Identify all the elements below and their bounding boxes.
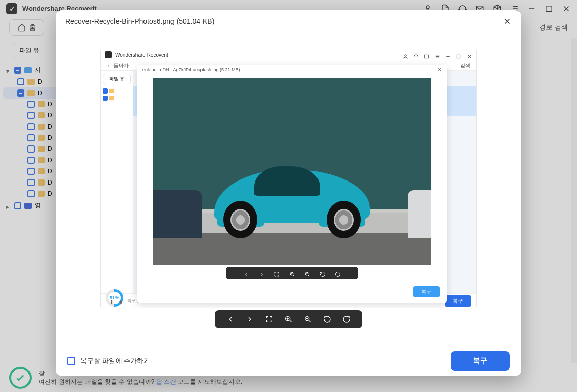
rotate-right-icon[interactable]: [342, 315, 351, 323]
preview-toolbar: [215, 310, 362, 328]
zoom-in-icon[interactable]: [284, 315, 293, 323]
inner-preview-body: [137, 75, 447, 267]
rotate-right-icon: [335, 270, 341, 276]
maximize-icon: [456, 52, 461, 58]
inner-image-toolbar: [226, 267, 358, 279]
inner-sidebar: 파일 유: [101, 71, 133, 293]
add-to-recover-checkbox[interactable]: [67, 357, 75, 365]
prev-icon[interactable]: [226, 315, 235, 323]
next-icon[interactable]: [246, 315, 254, 323]
inner-preview-file: erik-odiin-DH_lAgZkJP4-unsplash.jpg (5.2…: [142, 67, 240, 72]
user-icon: [402, 52, 408, 58]
preview-image: Wondershare Recoverit ← 돌아가 검색: [100, 49, 477, 308]
headset-icon: [413, 52, 419, 58]
rotate-left-icon[interactable]: [323, 315, 331, 323]
modal-body: Wondershare Recoverit ← 돌아가 검색: [56, 33, 521, 345]
next-icon: [258, 270, 265, 276]
prev-icon: [243, 270, 249, 276]
svg-point-5: [405, 54, 407, 56]
add-to-recover-label: 복구할 파일에 추가하기: [80, 356, 150, 366]
preview-modal: Recover-Recycle-Bin-Photos6.png (501.04 …: [56, 10, 521, 376]
minimize-icon: [445, 52, 451, 58]
inner-preview-header: erik-odiin-DH_lAgZkJP4-unsplash.jpg (5.2…: [137, 65, 447, 75]
recover-button[interactable]: 복구: [451, 351, 510, 371]
modal-header: Recover-Recycle-Bin-Photos6.png (501.04 …: [56, 10, 521, 33]
fullscreen-icon: [274, 270, 280, 276]
modal-title: Recover-Recycle-Bin-Photos6.png (501.04 …: [65, 17, 214, 25]
inner-recover-button: 복구: [413, 286, 440, 297]
inner-app-logo: [105, 51, 112, 58]
close-icon: ✕: [438, 67, 442, 72]
inner-recover-button-2: 복구: [445, 295, 471, 307]
mail-icon: [424, 52, 429, 58]
inner-app-title: Wondershare Recoverit: [115, 52, 399, 58]
fullscreen-icon[interactable]: [265, 315, 273, 323]
inner-back-button: ← 돌아가: [107, 62, 129, 69]
stop-icon: ■: [119, 299, 122, 305]
pause-icon: ⏸: [110, 299, 115, 305]
rotate-left-icon: [320, 270, 326, 276]
zoom-out-icon[interactable]: [304, 315, 312, 323]
car-photo: [153, 78, 431, 265]
close-icon[interactable]: [503, 17, 512, 26]
zoom-in-icon: [289, 270, 295, 276]
svg-rect-7: [457, 55, 460, 58]
inner-filter: 파일 유: [103, 74, 131, 84]
inner-preview-window: erik-odiin-DH_lAgZkJP4-unsplash.jpg (5.2…: [137, 65, 447, 303]
modal-footer: 복구할 파일에 추가하기 복구: [56, 345, 521, 376]
inner-playback: ⏸■: [110, 299, 122, 305]
inner-search: 검색: [460, 62, 470, 69]
inner-titlebar: Wondershare Recoverit: [101, 49, 476, 61]
close-icon: [467, 52, 472, 58]
list-icon: [435, 52, 440, 58]
modal-backdrop: Recover-Recycle-Bin-Photos6.png (501.04 …: [0, 0, 577, 392]
svg-rect-6: [424, 55, 428, 58]
zoom-out-icon: [304, 270, 310, 276]
